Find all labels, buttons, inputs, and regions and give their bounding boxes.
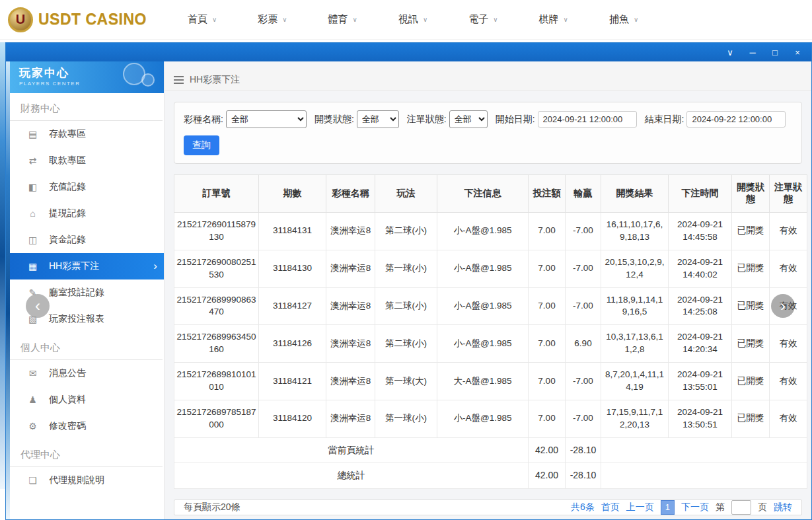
chevron-right-icon: › (153, 260, 157, 273)
nav-cards-label: 棋牌 (539, 13, 559, 26)
cell-winloss: -7.00 (566, 287, 601, 325)
sidebar-item-announcements[interactable]: ✉消息公告 (10, 360, 164, 387)
prev-page-link[interactable]: 上一页 (626, 501, 654, 513)
table-row: 215217268999086347031184127澳洲幸运8第二球(小)小-… (174, 287, 807, 325)
recharge-record-icon: ◧ (27, 182, 38, 192)
breadcrumb: HH彩票下注 (165, 69, 811, 91)
summary-amount: 42.00 (529, 437, 566, 463)
cell-time: 2024-09-21 14:40:02 (669, 250, 732, 287)
sidebar-item-withdrawal-records[interactable]: ⌂提現記錄 (10, 200, 164, 227)
cell-amount: 7.00 (529, 213, 566, 250)
column-header: 訂單號 (174, 175, 259, 213)
order-status-filter-group: 注單狀態: 全部 (407, 110, 488, 128)
announcement-icon: ✉ (27, 368, 38, 379)
window-collapse-icon[interactable]: ∨ (725, 48, 735, 57)
cell-bet_info: 大-A盤@1.985 (437, 363, 529, 400)
sidebar-item-label: 消息公告 (49, 367, 86, 379)
sidebar-item-funds-records[interactable]: ◫資金記錄 (10, 227, 164, 253)
chevron-down-icon: ∨ (212, 16, 217, 23)
current-page-indicator[interactable]: 1 (661, 500, 675, 515)
page-jump-input[interactable] (731, 500, 751, 515)
cell-amount: 7.00 (529, 325, 566, 363)
column-header: 開獎結果 (601, 175, 669, 213)
sidebar-item-label: 充值記錄 (49, 181, 86, 193)
cell-order_status: 有效 (770, 363, 807, 400)
cell-order_status: 有效 (770, 325, 807, 363)
cell-play: 第二球(小) (375, 287, 437, 325)
cell-play: 第一球(小) (375, 400, 437, 437)
sidebar-item-profile[interactable]: ♟個人資料 (10, 387, 164, 413)
cell-time: 2024-09-21 13:50:51 (669, 400, 732, 437)
jump-button[interactable]: 跳转 (774, 501, 792, 513)
window-maximize-icon[interactable]: □ (770, 48, 780, 57)
sidebar-item-hh-lottery-bets[interactable]: ▦HH彩票下注› (10, 253, 164, 279)
page-title: HH彩票下注 (190, 74, 240, 86)
nav-fishing[interactable]: 捕魚∨ (609, 13, 638, 26)
nav-cards[interactable]: 棋牌∨ (539, 13, 568, 26)
next-page-link[interactable]: 下一页 (681, 501, 709, 513)
cell-winloss: 6.90 (566, 325, 601, 363)
logo[interactable]: U USDT CASINO (8, 7, 147, 32)
window-close-icon[interactable]: × (793, 48, 802, 57)
cell-amount: 7.00 (529, 363, 566, 400)
cell-game: 澳洲幸运8 (326, 363, 375, 400)
cell-order: 2152172690115879130 (174, 213, 259, 250)
sidebar-item-agent-rules[interactable]: ❏代理規則說明 (10, 467, 164, 494)
order-status-select[interactable]: 全部 (449, 110, 488, 128)
menu-toggle-icon[interactable] (174, 76, 184, 84)
pagination: 共6条 首页 上一页 1 下一页 第 页 跳转 (571, 500, 792, 515)
lottery-name-select[interactable]: 全部 (226, 110, 307, 128)
nav-video-label: 視訊 (398, 13, 418, 26)
deposit-icon: ▤ (27, 129, 38, 139)
start-date-input[interactable] (538, 111, 637, 128)
scroll-right-icon[interactable]: › (771, 294, 795, 318)
draw-status-select[interactable]: 全部 (357, 110, 399, 128)
nav-lottery[interactable]: 彩票∨ (258, 13, 287, 26)
cell-draw_status: 已開獎 (732, 400, 770, 437)
top-site-bar: U USDT CASINO 首頁∨彩票∨體育∨視訊∨電子∨棋牌∨捕魚∨ (0, 0, 812, 40)
table-body: 215217269011587913031184131澳洲幸运8第二球(小)小-… (174, 213, 807, 489)
sidebar-item-label: HH彩票下注 (49, 260, 99, 272)
sidebar-item-withdraw-area[interactable]: ⇄取款專區 (10, 147, 164, 174)
summary-row: 當前頁統計42.00-28.10 (174, 437, 807, 463)
search-button[interactable]: 查詢 (184, 135, 219, 155)
summary-winloss: -28.10 (566, 463, 601, 489)
cell-bet_info: 小-A盤@1.985 (437, 400, 529, 437)
cell-winloss: -7.00 (566, 400, 601, 437)
logo-icon: U (8, 7, 33, 32)
table-row: 215217268978518700031184120澳洲幸运8第一球(小)小-… (174, 400, 807, 437)
summary-empty (601, 437, 807, 463)
nav-home[interactable]: 首頁∨ (188, 13, 217, 26)
main-nav: 首頁∨彩票∨體育∨視訊∨電子∨棋牌∨捕魚∨ (188, 13, 638, 26)
nav-lottery-label: 彩票 (258, 13, 277, 26)
nav-slots[interactable]: 電子∨ (468, 13, 498, 26)
sidebar-item-deposit-area[interactable]: ▤存款專區 (10, 121, 164, 147)
cell-period: 31184127 (259, 287, 326, 325)
cell-amount: 7.00 (529, 400, 566, 437)
summary-row: 總統計42.00-28.10 (174, 463, 807, 489)
sidebar-item-change-password[interactable]: ⚙修改密碼 (10, 413, 164, 439)
summary-winloss: -28.10 (566, 437, 601, 463)
sidebar-section-header: 財務中心 (10, 93, 163, 121)
column-header: 開獎狀態 (732, 175, 770, 213)
cell-bet_info: 小-A盤@1.985 (437, 250, 529, 287)
nav-sports-label: 體育 (328, 13, 348, 26)
cell-amount: 7.00 (529, 287, 566, 325)
cell-draw_status: 已開獎 (732, 250, 770, 287)
nav-sports[interactable]: 體育∨ (328, 13, 357, 26)
window-minimize-icon[interactable]: ─ (748, 48, 757, 57)
profile-icon: ♟ (27, 394, 38, 405)
end-date-input[interactable] (686, 111, 786, 128)
sidebar-item-label: 個人資料 (49, 394, 86, 406)
sidebar-item-label: 廳室投註記錄 (49, 287, 104, 299)
cell-time: 2024-09-21 14:45:58 (669, 213, 732, 250)
first-page-link[interactable]: 首页 (601, 501, 620, 513)
nav-video[interactable]: 視訊∨ (398, 13, 427, 26)
scroll-left-icon[interactable]: ‹ (26, 294, 50, 318)
cell-play: 第二球(小) (375, 213, 437, 250)
summary-label: 當前頁統計 (174, 437, 529, 463)
sidebar-sections: 財務中心▤存款專區⇄取款專區◧充值記錄⌂提現記錄◫資金記錄▦HH彩票下注›✎廳室… (10, 93, 164, 494)
summary-amount: 42.00 (529, 463, 566, 489)
cell-order_status: 有效 (770, 400, 807, 437)
sidebar-item-recharge-records[interactable]: ◧充值記錄 (10, 174, 164, 200)
